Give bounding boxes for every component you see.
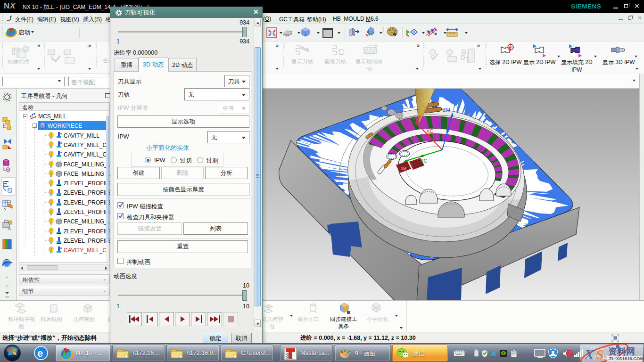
- svg-text:ZC: ZC: [438, 123, 445, 129]
- svg-text:XC: XC: [426, 128, 433, 134]
- svg-text:S: S: [596, 346, 604, 362]
- svg-text:XM: XM: [413, 115, 421, 120]
- svg-text:A: A: [491, 350, 496, 357]
- svg-text:ZL·XS1616.COM: ZL·XS1616.COM: [609, 356, 644, 361]
- svg-text:Y: Y: [34, 115, 36, 118]
- svg-text:X: X: [30, 115, 32, 118]
- svg-text:ZM: ZM: [443, 107, 450, 113]
- svg-text:X: X: [584, 346, 594, 362]
- svg-text:资料网: 资料网: [608, 346, 635, 356]
- svg-text:XM: XM: [401, 166, 406, 171]
- svg-text:e: e: [37, 347, 43, 359]
- svg-text:YC: YC: [420, 158, 427, 164]
